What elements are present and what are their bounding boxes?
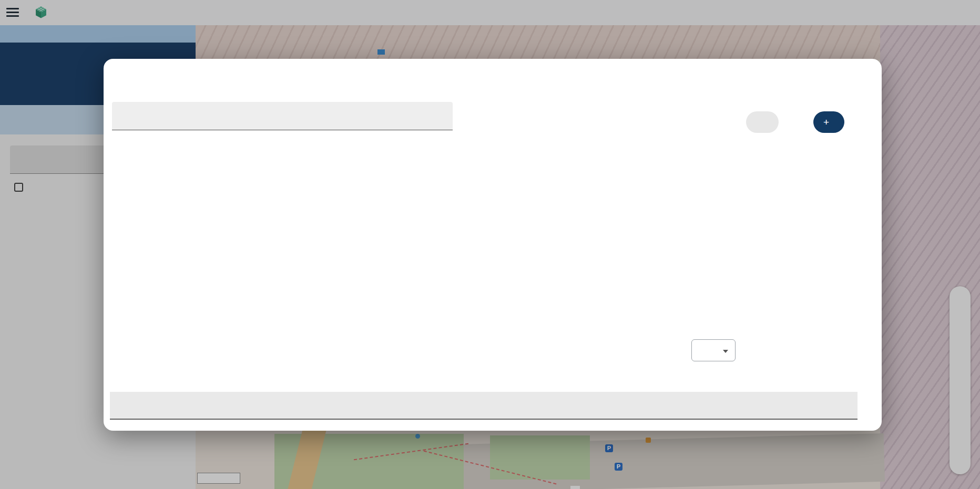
- next-page-icon[interactable]: [831, 346, 841, 356]
- delete-button[interactable]: [746, 111, 779, 133]
- plus-icon: +: [823, 117, 829, 128]
- last-page-icon[interactable]: [857, 346, 867, 356]
- user-management-dialog: +: [104, 59, 882, 431]
- pagination-nav: [780, 346, 867, 356]
- project-link-field: [110, 392, 858, 420]
- user-search-input[interactable]: [112, 102, 422, 130]
- first-page-icon[interactable]: [780, 346, 790, 356]
- user-search: [112, 102, 453, 130]
- add-button[interactable]: +: [813, 111, 844, 133]
- pagination-bar: [112, 334, 874, 367]
- page-size-select[interactable]: [691, 339, 736, 361]
- search-icon[interactable]: [433, 110, 444, 122]
- trash-icon: [756, 118, 764, 127]
- link-info-icon[interactable]: [865, 398, 879, 412]
- close-icon[interactable]: [852, 72, 867, 87]
- chevron-down-icon: [723, 350, 728, 353]
- info-icon[interactable]: [719, 115, 733, 129]
- copy-icon[interactable]: [834, 399, 847, 412]
- previous-page-icon[interactable]: [805, 346, 815, 356]
